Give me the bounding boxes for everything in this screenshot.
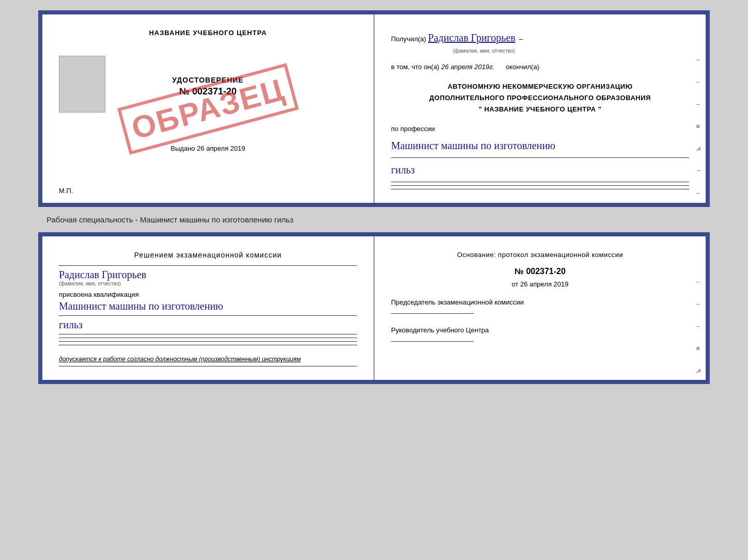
mp-label: М.П. — [59, 187, 73, 195]
chairman-title: Председатель экзаменационной комиссии — [391, 298, 689, 306]
received-prefix: Получил(а) — [391, 35, 426, 43]
qual-underline-5 — [59, 345, 357, 345]
allowed-underline — [59, 366, 357, 366]
certificate-label: УДОСТОВЕРЕНИЕ — [172, 76, 243, 84]
date-value: 26 апреля 2019г. — [441, 63, 494, 71]
date-line: в том, что он(а) 26 апреля 2019г. окончи… — [391, 61, 689, 73]
bottom-person-name: Радислав Григорьев — [59, 269, 357, 281]
qualification-value: Машинист машины по изготовлению — [59, 300, 357, 312]
bottom-right-half: Основание: протокол экзаменационной коми… — [375, 236, 706, 380]
org-line1: АВТОНОМНУЮ НЕКОММЕРЧЕСКУЮ ОРГАНИЗАЦИЮ — [391, 81, 689, 92]
profession-block: по профессии Машинист машины по изготовл… — [391, 123, 689, 189]
person-name: Радислав Григорьев — [428, 32, 516, 43]
photo-placeholder — [59, 56, 105, 113]
chairman-signature-line — [391, 313, 474, 314]
certificate-number: № 002371-20 — [179, 86, 237, 97]
basis-title: Основание: протокол экзаменационной коми… — [391, 251, 689, 259]
issued-date-value: 26 апреля 2019 — [197, 145, 245, 152]
assigned-label: присвоена квалификация — [59, 291, 357, 298]
underline-2 — [391, 182, 689, 182]
qual-underline-1 — [59, 315, 357, 316]
qual-underline-4 — [59, 341, 357, 342]
protocol-date-value: 26 апреля 2019 — [520, 280, 569, 288]
org-line2: ДОПОЛНИТЕЛЬНОГО ПРОФЕССИОНАЛЬНОГО ОБРАЗО… — [391, 92, 689, 104]
director-title: Руководитель учебного Центра — [391, 326, 689, 334]
underline-3 — [391, 185, 689, 186]
protocol-date: от 26 апреля 2019 — [391, 280, 689, 288]
qual-underline-3 — [59, 338, 357, 338]
profession-value: Машинист машины по изготовлению — [391, 137, 689, 154]
bottom-left-half: Решением экзаменационной комиссии Радисл… — [42, 236, 375, 380]
top-document: НАЗВАНИЕ УЧЕБНОГО ЦЕНТРА УДОСТОВЕРЕНИЕ №… — [38, 10, 710, 207]
top-right-half: Получил(а) Радислав Григорьев – (фамилия… — [375, 14, 706, 203]
underline-4 — [391, 189, 689, 189]
protocol-date-prefix: от — [511, 280, 518, 288]
issued-date: Выдано 26 апреля 2019 — [170, 145, 245, 152]
underline-1 — [391, 157, 689, 158]
director-block: Руководитель учебного Центра — [391, 326, 689, 342]
date-prefix: в том, что он(а) — [391, 63, 439, 71]
qualification-value2: гильз — [59, 319, 357, 331]
org-line3: " НАЗВАНИЕ УЧЕБНОГО ЦЕНТРА " — [391, 104, 689, 115]
bottom-name-caption: (фамилия, имя, отчество) — [59, 281, 357, 286]
received-line: Получил(а) Радислав Григорьев – (фамилия… — [391, 29, 689, 55]
name-caption: (фамилия, имя, отчество) — [453, 46, 689, 55]
chairman-block: Председатель экзаменационной комиссии — [391, 298, 689, 314]
profession-value2: гильз — [391, 161, 689, 179]
bottom-side-marks: – – – и ,а ← – – – — [696, 278, 703, 380]
caption-text: Рабочая специальность - Машинист машины … — [10, 215, 293, 224]
name-underline — [59, 265, 357, 266]
director-signature-line — [391, 341, 474, 342]
allowed-text: допускается к работе согласно должностны… — [59, 356, 357, 363]
profession-label: по профессии — [391, 123, 689, 135]
side-marks: – – – и ,а ← – – – — [696, 56, 703, 203]
top-left-half: НАЗВАНИЕ УЧЕБНОГО ЦЕНТРА УДОСТОВЕРЕНИЕ №… — [42, 14, 375, 203]
bottom-document: Решением экзаменационной комиссии Радисл… — [38, 232, 710, 384]
qual-underline-2 — [59, 334, 357, 334]
org-block: АВТОНОМНУЮ НЕКОММЕРЧЕСКУЮ ОРГАНИЗАЦИЮ ДО… — [391, 81, 689, 115]
commission-title: Решением экзаменационной комиссии — [59, 251, 357, 259]
date-suffix: окончил(а) — [506, 63, 539, 71]
training-center-title: НАЗВАНИЕ УЧЕБНОГО ЦЕНТРА — [149, 29, 267, 37]
issued-label: Выдано — [170, 145, 195, 152]
protocol-number: № 002371-20 — [391, 267, 689, 276]
